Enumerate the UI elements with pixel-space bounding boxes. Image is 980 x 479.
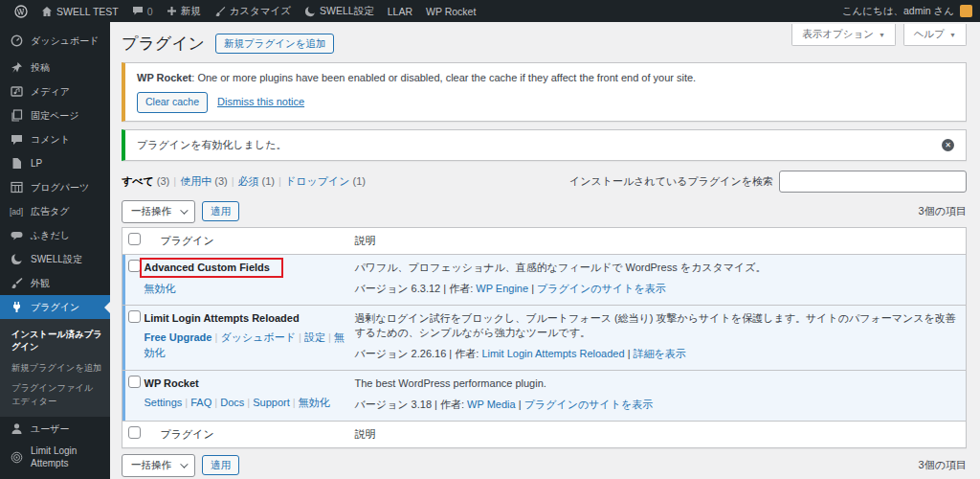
sidebar-item-appearance[interactable]: 外観 [0,271,110,295]
speech-bubble-icon [10,231,23,240]
plugin-author-link[interactable]: Limit Login Attempts Reloaded [481,348,624,359]
dismiss-notice-link[interactable]: Dismiss this notice [217,95,304,109]
submenu-add-new-plugin[interactable]: 新規プラグインを追加 [0,358,110,378]
ad-icon: [ad] [10,207,23,217]
plugin-action-link[interactable]: 無効化 [299,397,330,408]
plugin-meta: バージョン 3.18 | 作者: WP Media | プラグインのサイトを表示 [355,398,959,412]
bulk-actions-select[interactable]: 一括操作 [122,200,195,223]
home-icon [41,6,53,17]
plugin-name: Limit Login Attempts Reloaded [145,312,300,324]
admin-bar: SWELL TEST 0 新規 カスタマイズ SWELL設定 LLAR WP R… [0,0,980,22]
site-menu[interactable]: SWELL TEST [34,0,125,22]
howdy-greeting[interactable]: こんにちは、admin さん [842,5,954,18]
screen-options-button[interactable]: 表示オプション ▼ [791,24,896,46]
swell-icon [10,253,23,265]
activated-notice: プラグインを有効化しました。 ✕ [122,129,967,161]
dismiss-icon[interactable]: ✕ [942,139,954,151]
limit-login-icon [10,451,23,464]
notice-prefix: WP Rocket [137,72,191,83]
plugin-site-link[interactable]: 詳細を表示 [634,348,686,359]
items-count-bottom: 3個の項目 [919,458,967,472]
plugin-action-link[interactable]: 無効化 [145,283,176,294]
plugin-action-link[interactable]: 設定 [304,331,325,343]
dashboard-icon [10,34,23,47]
column-footer-name: プラグイン [142,421,347,447]
plugin-site-link[interactable]: プラグインのサイトを表示 [524,399,654,410]
media-icon [10,85,23,98]
submenu-plugin-file-editor[interactable]: プラグインファイルエディター [0,378,110,412]
filter-dropins[interactable]: ドロップイン [285,175,350,187]
items-count: 3個の項目 [919,204,967,218]
plugin-action-link[interactable]: Docs [220,397,244,408]
plugin-search-input[interactable] [779,171,967,193]
column-header-name[interactable]: プラグイン [142,227,347,254]
plus-icon [167,6,177,16]
comments-icon [10,134,23,146]
sidebar-item-pages[interactable]: 固定ページ [0,103,110,127]
sidebar-item-swell-settings[interactable]: SWELL設定 [0,247,110,271]
clear-cache-button[interactable]: Clear cache [137,92,208,113]
sidebar-item-lp[interactable]: LP [0,151,110,175]
wp-rocket-notice: WP Rocket: One or more plugins have been… [122,62,967,122]
customize-menu[interactable]: カスタマイズ [208,0,298,22]
plugin-action-link[interactable]: FAQ [190,397,212,408]
column-footer-description: 説明 [347,421,967,447]
plugin-author-link[interactable]: WP Media [467,399,516,410]
plugins-table: プラグイン 説明 Advanced Custom Fields無効化パワフル、プ… [122,227,967,448]
wordpress-logo-icon[interactable] [8,0,34,22]
admin-sidebar: ダッシュボード 投稿 メディア 固定ページ コメント LP ブログパーツ [ad… [0,22,110,479]
filter-mustuse[interactable]: 必須 [238,175,259,187]
page-title: プラグイン [122,33,205,55]
plugin-site-link[interactable]: プラグインのサイトを表示 [537,283,666,294]
plugin-checkbox[interactable] [128,310,141,323]
page-icon [10,157,23,170]
filter-all[interactable]: すべて [122,175,154,187]
help-button[interactable]: ヘルプ ▼ [903,24,967,46]
plugin-name-annotated: Advanced Custom Fields [140,258,283,278]
screen-meta: 表示オプション ▼ ヘルプ ▼ [791,24,967,46]
wp-rocket-menu[interactable]: WP Rocket [419,0,482,22]
sidebar-item-users[interactable]: ユーザー [0,417,110,441]
submenu-installed-plugins[interactable]: インストール済みプラグイン [0,325,110,358]
customize-label: カスタマイズ [230,5,291,18]
sidebar-item-fukidashi[interactable]: ふきだし [0,223,110,247]
plugin-row-actions: Settings | FAQ | Docs | Support | 無効化 [145,395,347,410]
main-content: 表示オプション ▼ ヘルプ ▼ プラグイン 新規プラグインを追加 WP Rock… [110,22,980,479]
select-all-checkbox[interactable] [128,426,141,439]
sidebar-item-dashboard[interactable]: ダッシュボード [0,29,110,53]
appearance-icon [10,277,23,289]
plugin-meta: バージョン 2.26.16 | 作者: Limit Login Attempts… [355,347,959,361]
plugin-action-link[interactable]: Free Upgrade [145,331,212,343]
sidebar-item-posts[interactable]: 投稿 [0,56,110,80]
plugin-checkbox[interactable] [128,376,141,388]
apply-button-bottom[interactable]: 適用 [202,455,239,476]
plugin-author-link[interactable]: WP Engine [476,283,528,294]
select-all-checkbox[interactable] [128,233,141,245]
plugin-action-link[interactable]: ダッシュボード [220,331,296,343]
plugin-name: WP Rocket [145,377,199,389]
pin-icon [10,61,23,74]
sidebar-item-limit-login[interactable]: Limit Login Attempts [0,441,110,473]
plugin-icon [10,301,23,313]
new-content-menu[interactable]: 新規 [160,0,208,22]
llar-menu[interactable]: LLAR [381,0,419,22]
bulk-actions-select-bottom[interactable]: 一括操作 [122,454,195,477]
avatar[interactable] [960,5,972,17]
sidebar-item-comments[interactable]: コメント [0,127,110,151]
sidebar-item-ad-tags[interactable]: [ad] 広告タグ [0,199,110,223]
sidebar-item-plugins[interactable]: プラグイン [0,295,110,319]
plugin-action-link[interactable]: Support [253,397,290,408]
filter-active[interactable]: 使用中 [180,175,212,187]
brush-icon [214,6,226,17]
add-new-plugin-button[interactable]: 新規プラグインを追加 [215,34,334,55]
sidebar-item-blog-parts[interactable]: ブログパーツ [0,175,110,199]
plugin-row: WP RocketSettings | FAQ | Docs | Support… [122,370,967,421]
sidebar-item-media[interactable]: メディア [0,80,110,103]
comments-menu[interactable]: 0 [125,0,160,22]
plugin-meta: バージョン 6.3.12 | 作者: WP Engine | プラグインのサイト… [355,282,959,296]
plugin-action-link[interactable]: Settings [145,397,183,408]
plugin-row: Advanced Custom Fields無効化パワフル、プロフェッショナル、… [122,254,967,305]
apply-button[interactable]: 適用 [202,201,239,222]
chevron-down-icon: ▼ [949,32,956,38]
swell-settings-menu[interactable]: SWELL設定 [298,0,381,22]
